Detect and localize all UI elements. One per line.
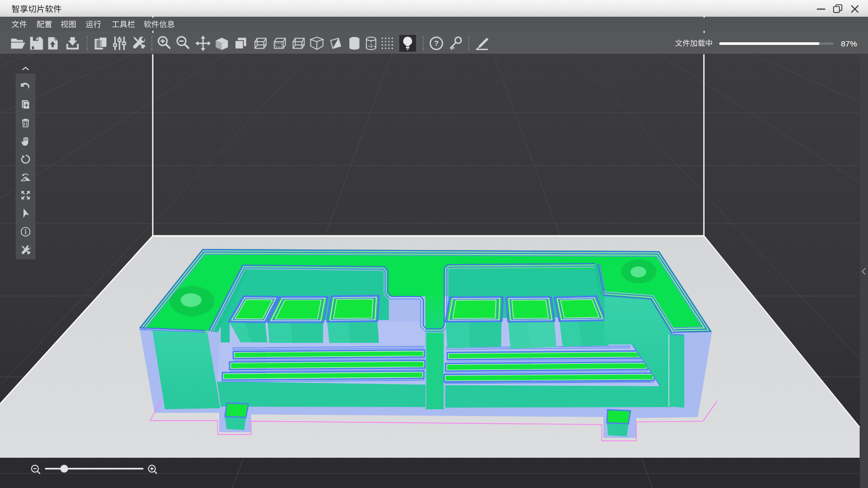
svg-text:?: ?: [434, 39, 438, 47]
